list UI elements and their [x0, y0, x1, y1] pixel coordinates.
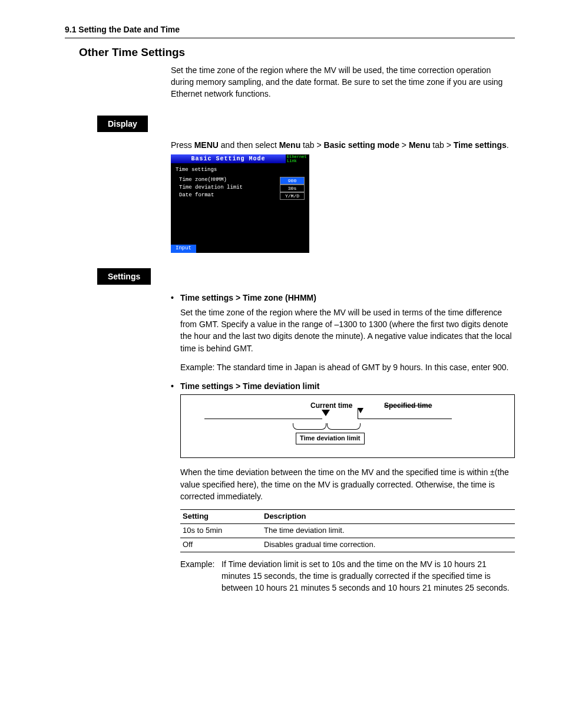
screenshot-footer-button: Input — [171, 245, 196, 253]
bullet-title: Time settings > Time deviation limit — [180, 380, 319, 392]
table-row: Off Disables gradual time correction. — [180, 538, 515, 552]
ethernet-badge: Ethernet Link — [286, 155, 309, 163]
text: and then select — [219, 140, 279, 150]
table-header-row: Setting Description — [180, 510, 515, 524]
text: tab > — [430, 140, 453, 150]
table-cell: Off — [180, 538, 262, 552]
table-cell: The time deviation limit. — [262, 524, 515, 538]
example-label: Example: — [180, 558, 222, 594]
basic-setting-mode: Basic setting mode — [324, 140, 399, 150]
screenshot-row-label: Date format — [179, 192, 280, 200]
settings-tab-label: Settings — [97, 268, 151, 285]
page-title: Other Time Settings — [79, 44, 515, 61]
section-header: 9.1 Setting the Date and Time — [65, 24, 515, 38]
screenshot-row-value: Y/M/D — [280, 192, 305, 200]
diagram-current-marker-icon — [322, 410, 329, 416]
example-block: Example: If Time deviation limit is set … — [180, 558, 515, 594]
paragraph: Set the time zone of the region where th… — [180, 307, 515, 354]
diagram-current-time-label: Current time — [310, 401, 352, 411]
screenshot-row: Time zone(HHMM) 900 — [176, 177, 305, 185]
diagram-line — [358, 419, 452, 419]
table-cell: Disables gradual time correction. — [262, 538, 515, 552]
example-text: If Time deviation limit is set to 10s an… — [222, 558, 515, 594]
text: tab > — [300, 140, 323, 150]
time-settings: Time settings — [454, 140, 507, 150]
diagram-brace — [327, 423, 361, 430]
diagram-line — [204, 419, 322, 419]
display-instruction: Press MENU and then select Menu tab > Ba… — [171, 139, 515, 151]
time-deviation-diagram: Current time Specified time Time deviati… — [180, 394, 515, 458]
device-screenshot: Basic Setting Mode Ethernet Link Time se… — [171, 154, 309, 253]
diagram-specified-time-label: Specified time — [384, 401, 432, 411]
table-header: Description — [262, 510, 515, 524]
bullet-title: Time settings > Time zone (HHMM) — [180, 292, 316, 304]
settings-table: Setting Description 10s to 5min The time… — [180, 509, 515, 552]
screenshot-row-value: 900 — [280, 177, 305, 185]
screenshot-row-value: 30s — [280, 185, 305, 192]
menu-key: MENU — [194, 140, 219, 150]
table-header: Setting — [180, 510, 262, 524]
diagram-brace — [293, 423, 326, 430]
table-row: 10s to 5min The time deviation limit. — [180, 524, 515, 538]
screenshot-row: Time deviation limit 30s — [176, 185, 305, 192]
bullet-icon: • — [171, 380, 180, 392]
screenshot-row: Date format Y/M/D — [176, 192, 305, 200]
paragraph: When the time deviation between the time… — [180, 466, 515, 502]
display-tab-label: Display — [97, 116, 148, 132]
screenshot-heading: Time settings — [176, 167, 305, 174]
intro-paragraph: Set the time zone of the region where th… — [171, 64, 515, 100]
text: > — [399, 140, 409, 150]
text: Press — [171, 140, 194, 150]
diagram-box-label: Time deviation limit — [296, 433, 365, 444]
bullet-item: • Time settings > Time zone (HHMM) — [171, 292, 515, 304]
screenshot-row-label: Time zone(HHMM) — [179, 177, 280, 185]
table-cell: 10s to 5min — [180, 524, 262, 538]
badge-line2: Link — [287, 159, 309, 163]
example-paragraph: Example: The standard time in Japan is a… — [180, 361, 515, 373]
bullet-item: • Time settings > Time deviation limit — [171, 380, 515, 392]
bullet-icon: • — [171, 292, 180, 304]
diagram-tick — [358, 408, 358, 419]
screenshot-title: Basic Setting Mode — [171, 154, 286, 163]
text: . — [507, 140, 509, 150]
screenshot-row-label: Time deviation limit — [179, 185, 280, 192]
menu-tab-2: Menu — [409, 140, 431, 150]
diagram-specified-marker-icon — [358, 408, 363, 413]
menu-tab: Menu — [279, 140, 301, 150]
